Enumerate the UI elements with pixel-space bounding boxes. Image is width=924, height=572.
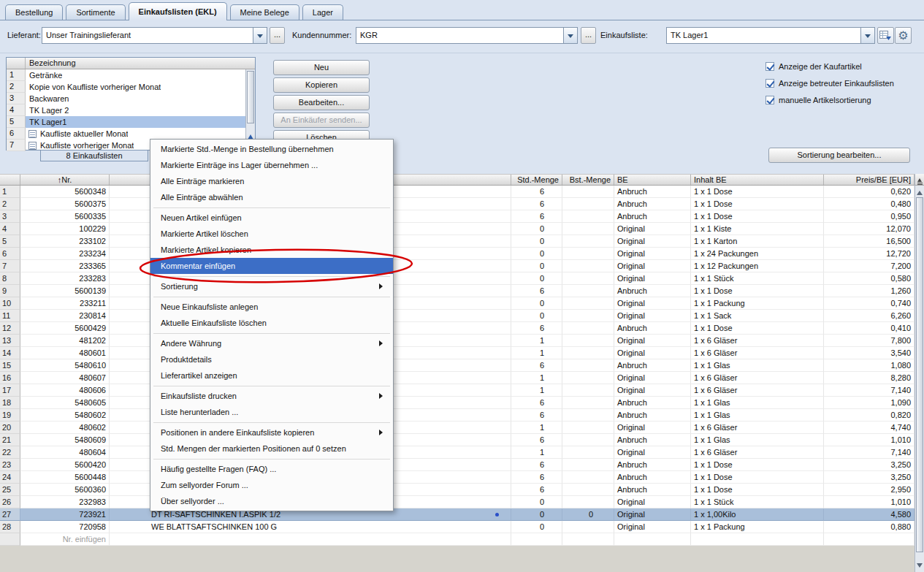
checkbox-anzeige-betreuter-einkaufslisten[interactable]: Anzeige betreuter Einkaufslisten xyxy=(765,78,894,88)
row-number[interactable]: 14 xyxy=(0,347,20,359)
menu-item-kommentar-einfuegen[interactable]: Kommentar einfügen xyxy=(150,258,393,274)
checkbox-box[interactable] xyxy=(765,79,774,88)
menu-item-einkaufsliste-drucken[interactable]: Einkaufsliste drucken xyxy=(150,388,393,404)
row-number[interactable]: 11 xyxy=(0,310,20,322)
menu-item-produktdetails[interactable]: Produktdetails xyxy=(150,351,393,367)
row-number[interactable]: 25 xyxy=(0,484,20,496)
table-row[interactable]: 102332110Original1 x 1 Packung0,740 xyxy=(0,297,915,310)
tab-bestellung[interactable]: Bestellung xyxy=(5,4,63,20)
row-number[interactable]: 27 xyxy=(0,508,20,521)
menu-item-positionen-in-andere-einkaufsliste-kopieren[interactable]: Positionen in andere Einkaufsliste kopie… xyxy=(150,424,393,441)
row-number[interactable]: 12 xyxy=(0,322,20,335)
column-chooser-button[interactable] xyxy=(915,174,924,186)
row-number[interactable]: 10 xyxy=(0,297,20,310)
menu-item-lieferartikel-anzeigen[interactable]: Lieferartikel anzeigen xyxy=(150,367,393,384)
menu-item-zum-sellyorder-forum[interactable]: Zum sellyorder Forum ... xyxy=(150,477,393,493)
tab-lager[interactable]: Lager xyxy=(302,4,343,20)
table-row[interactable]: 1854806056Anbruch1 x 1 Glas1,090 xyxy=(0,397,915,409)
menu-item-haeufig-gestellte-fragen-faq[interactable]: Häufig gestellte Fragen (FAQ) ... xyxy=(150,461,393,477)
menu-item-markierte-eintraege-ins-lager-uebernehmen[interactable]: Markierte Einträge ins Lager übernehmen … xyxy=(150,157,393,173)
menu-item-andere-waehrung[interactable]: Andere Währung xyxy=(150,335,393,351)
menu-item-neuen-artikel-einfuegen[interactable]: Neuen Artikel einfügen xyxy=(150,210,393,226)
table-row[interactable]: 956001396Anbruch1 x 1 Dose1,260 xyxy=(0,285,915,297)
checkbox-box[interactable] xyxy=(765,96,774,104)
sortierung-bearbeiten-button[interactable]: Sortierung bearbeiten... xyxy=(768,148,910,163)
menu-item-ueber-sellyorder[interactable]: Über sellyorder ... xyxy=(150,493,393,509)
einkaufsliste-combobox[interactable]: TK Lager1 xyxy=(666,27,875,44)
row-number[interactable]: 26 xyxy=(0,496,20,508)
kopieren-button[interactable]: Kopieren xyxy=(273,77,370,93)
col-header-std-menge[interactable]: Std.-Menge xyxy=(511,175,562,185)
scrollbar-thumb[interactable] xyxy=(247,71,254,123)
neu-button[interactable]: Neu xyxy=(273,60,370,75)
row-number[interactable]: 1 xyxy=(0,186,20,198)
bearbeiten-button[interactable]: Bearbeiten... xyxy=(273,95,370,110)
list-item[interactable]: 3Backwaren xyxy=(7,93,255,104)
row-number[interactable]: 6 xyxy=(0,248,20,260)
row-number[interactable]: 4 xyxy=(0,223,20,235)
menu-item-aktuelle-einkaufsliste-loeschen[interactable]: Aktuelle Einkaufsliste löschen xyxy=(150,315,393,331)
row-number[interactable]: 9 xyxy=(0,285,20,297)
table-row[interactable]: 82332830Original1 x 1 Stück0,580 xyxy=(0,272,915,285)
table-row[interactable]: 2556003606Anbruch1 x 1 Dose2,950 xyxy=(0,484,915,496)
menu-item-neue-einkaufsliste-anlegen[interactable]: Neue Einkaufsliste anlegen xyxy=(150,299,393,315)
row-number[interactable]: 3 xyxy=(0,210,20,223)
kundennummer-dropdown-button[interactable] xyxy=(563,28,577,43)
table-row[interactable]: 2154806096Anbruch1 x 1 Glas1,010 xyxy=(0,434,915,446)
table-row[interactable]: 164806071Original1 x 6 Gläser8,280 xyxy=(0,372,915,384)
table-row[interactable]: 204806021Original1 x 6 Gläser4,740 xyxy=(0,422,915,434)
export-list-button[interactable] xyxy=(877,27,894,44)
menu-item-std-mengen-der-markierten-positionen-auf-0-setzen[interactable]: Std. Mengen der markierten Positionen au… xyxy=(150,441,393,457)
table-row[interactable]: 2456004486Anbruch1 x 1 Dose3,250 xyxy=(0,471,915,484)
lieferant-dropdown-button[interactable] xyxy=(253,28,267,43)
table-row[interactable]: 1256004296Anbruch1 x 1 Dose0,410 xyxy=(0,322,915,335)
table-row[interactable]: 1954806026Anbruch1 x 1 Glas0,820 xyxy=(0,409,915,422)
table-scrollbar[interactable] xyxy=(915,174,924,572)
menu-item-sortierung[interactable]: Sortierung xyxy=(150,278,393,294)
table-row[interactable]: 52331020Original1 x 1 Karton16,500 xyxy=(0,235,915,248)
lieferant-combobox[interactable]: Unser Trainingslieferant xyxy=(42,27,267,44)
row-number[interactable]: 5 xyxy=(0,235,20,248)
tab-sortimente[interactable]: Sortimente xyxy=(66,4,125,20)
menu-item-alle-eintraege-abwaehlen[interactable]: Alle Einträge abwählen xyxy=(150,189,393,205)
kundennummer-more-button[interactable]: ... xyxy=(581,27,596,44)
table-row[interactable]: 156003486Anbruch1 x 1 Dose0,620 xyxy=(0,186,915,198)
table-row[interactable]: 62332340Original1 x 24 Packungen12,720 xyxy=(0,248,915,260)
table-row[interactable]: 2356004206Anbruch1 x 1 Dose3,250 xyxy=(0,459,915,471)
list-item[interactable]: 2Kopie von Kaufliste vorheriger Monat xyxy=(7,81,255,93)
row-number[interactable]: 8 xyxy=(0,272,20,285)
row-number[interactable]: 18 xyxy=(0,397,20,409)
row-number[interactable]: 21 xyxy=(0,434,20,446)
insert-nr-placeholder[interactable]: Nr. einfügen xyxy=(20,533,110,546)
col-header-nr[interactable]: ↑Nr. xyxy=(20,175,110,185)
row-number[interactable]: 22 xyxy=(0,446,20,459)
scroll-up-button[interactable] xyxy=(915,186,924,196)
list-scrollbar[interactable] xyxy=(245,69,255,150)
kundennummer-combobox[interactable]: KGR xyxy=(356,27,578,44)
checkbox-anzeige-der-kaufartikel[interactable]: Anzeige der Kaufartikel xyxy=(765,61,862,72)
tab-einkaufslisten-ekl[interactable]: Einkaufslisten (EKL) xyxy=(129,2,227,20)
settings-button[interactable]: ⚙ xyxy=(895,27,912,44)
row-number[interactable]: 20 xyxy=(0,422,20,434)
table-row[interactable]: 174806061Original1 x 6 Gläser7,140 xyxy=(0,384,915,397)
menu-item-liste-herunterladen[interactable]: Liste herunterladen ... xyxy=(150,404,393,420)
table-row[interactable]: 134812021Original1 x 6 Gläser7,800 xyxy=(0,335,915,347)
table-row-placeholder[interactable]: Nr. einfügen xyxy=(0,533,915,546)
table-row[interactable]: 256003756Anbruch1 x 1 Dose0,480 xyxy=(0,198,915,210)
list-item[interactable]: 6Kaufliste aktueller Monat xyxy=(7,128,255,140)
row-number[interactable]: 13 xyxy=(0,335,20,347)
row-number[interactable]: 24 xyxy=(0,471,20,484)
row-number[interactable]: 15 xyxy=(0,359,20,372)
table-row[interactable]: 41002290Original1 x 1 Kiste12,070 xyxy=(0,223,915,235)
scrollbar-thumb[interactable] xyxy=(916,197,923,552)
row-number[interactable]: 23 xyxy=(0,459,20,471)
menu-item-markierte-artikel-loeschen[interactable]: Markierte Artikel löschen xyxy=(150,226,393,242)
list-item[interactable]: 1Getränke xyxy=(7,69,255,81)
row-number[interactable]: 16 xyxy=(0,372,20,384)
scroll-down-button[interactable] xyxy=(915,562,924,571)
row-number[interactable]: 2 xyxy=(0,198,20,210)
row-number[interactable]: 17 xyxy=(0,384,20,397)
table-row[interactable]: 224806041Original1 x 6 Gläser7,140 xyxy=(0,446,915,459)
table-row[interactable]: 72333650Original1 x 12 Packungen7,200 xyxy=(0,260,915,272)
menu-item-markierte-std-menge-in-bestellung-uebernehmen[interactable]: Markierte Std.-Menge in Bestellung übern… xyxy=(150,141,393,157)
